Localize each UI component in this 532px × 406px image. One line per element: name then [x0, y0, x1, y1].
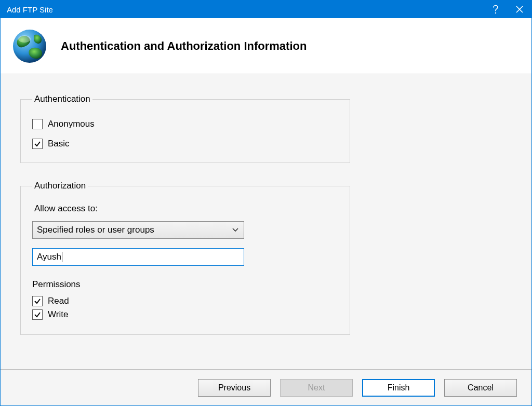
authentication-group: Authentication Anonymous Basic — [20, 94, 350, 163]
allow-access-label: Allow access to: — [34, 204, 338, 214]
previous-button[interactable]: Previous — [198, 379, 271, 397]
chevron-down-icon — [232, 228, 238, 232]
page-heading: Authentication and Authorization Informa… — [61, 39, 307, 53]
svg-point-3 — [13, 30, 46, 63]
globe-icon — [11, 28, 48, 65]
next-button: Next — [280, 379, 353, 397]
anonymous-label: Anonymous — [48, 119, 95, 129]
help-button[interactable] — [484, 1, 508, 18]
allow-access-select-value: Specified roles or user groups — [37, 225, 154, 235]
roles-input[interactable]: Ayush — [32, 248, 244, 266]
basic-checkbox[interactable] — [32, 139, 43, 149]
svg-point-4 — [18, 35, 31, 43]
write-checkbox-row[interactable]: Write — [32, 309, 338, 320]
basic-checkbox-row[interactable]: Basic — [32, 139, 338, 149]
read-checkbox-row[interactable]: Read — [32, 296, 338, 306]
read-checkbox[interactable] — [32, 296, 43, 306]
authorization-legend: Authorization — [32, 181, 88, 191]
close-button[interactable] — [508, 1, 531, 18]
authentication-legend: Authentication — [32, 94, 92, 104]
roles-input-value: Ayush — [37, 252, 61, 262]
permissions-label: Permissions — [32, 279, 338, 290]
write-checkbox[interactable] — [32, 309, 43, 320]
authorization-group: Authorization Allow access to: Specified… — [20, 181, 350, 335]
cancel-button[interactable]: Cancel — [444, 379, 517, 397]
anonymous-checkbox-row[interactable]: Anonymous — [32, 119, 338, 129]
finish-button[interactable]: Finish — [362, 379, 435, 397]
content-area: Authentication Anonymous Basic Authoriza… — [1, 74, 531, 369]
write-label: Write — [48, 309, 68, 320]
basic-label: Basic — [48, 139, 70, 149]
anonymous-checkbox[interactable] — [32, 119, 43, 129]
allow-access-select[interactable]: Specified roles or user groups — [32, 221, 244, 239]
window-title: Add FTP Site — [7, 5, 484, 14]
footer: Previous Next Finish Cancel — [1, 369, 531, 405]
header-panel: Authentication and Authorization Informa… — [1, 18, 531, 74]
text-caret — [62, 252, 62, 262]
svg-point-0 — [495, 12, 496, 13]
title-bar: Add FTP Site — [1, 1, 531, 18]
read-label: Read — [48, 296, 69, 306]
